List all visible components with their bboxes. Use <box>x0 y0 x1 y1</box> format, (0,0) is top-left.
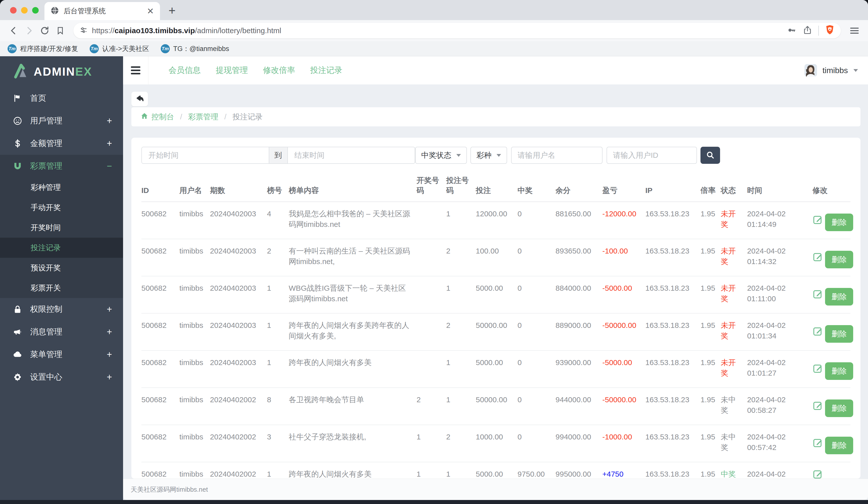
sidebar-item[interactable]: 设置中心 + <box>0 366 123 389</box>
sidebar: ADMINEX 首页 用戶管理 + 金额管理 + 彩票管理 <box>0 56 123 500</box>
sidebar-subitem[interactable]: 开奖时间 <box>0 218 123 238</box>
expand-icon[interactable]: + <box>107 327 112 337</box>
bookmark-item[interactable]: Tm TG：@tianmeibbs <box>161 44 229 53</box>
cell-ip: 163.53.18.23 <box>645 350 701 388</box>
cell-profit: -5000.00 <box>602 276 645 313</box>
edit-icon[interactable] <box>813 438 823 451</box>
delete-button[interactable]: 删除 <box>825 214 853 231</box>
brave-shield-icon[interactable] <box>825 24 835 37</box>
edit-icon[interactable] <box>813 469 823 479</box>
back-icon[interactable] <box>7 24 20 37</box>
expand-icon[interactable]: − <box>107 161 112 171</box>
expand-icon[interactable]: + <box>107 349 112 360</box>
topnav-link[interactable]: 提现管理 <box>208 65 256 76</box>
expand-icon[interactable]: + <box>107 115 112 126</box>
cell-actions: 删除 <box>813 425 850 462</box>
table-row: 500682 timibbs 20240402003 4 我妈是怎么相中我爸的 … <box>142 202 850 239</box>
topnav-link[interactable]: 修改倍率 <box>256 65 303 76</box>
sidebar-subitem[interactable]: 彩票开关 <box>0 278 123 298</box>
edit-icon[interactable] <box>813 289 823 302</box>
expand-icon[interactable]: + <box>107 138 112 149</box>
edit-icon[interactable] <box>813 363 823 377</box>
cell-status: 未中奖 <box>721 425 747 462</box>
sidebar-item[interactable]: 金额管理 + <box>0 132 123 155</box>
site-settings-icon[interactable] <box>79 26 88 35</box>
cell-content: 有一种叫云南的生活 – 天美社区源码网timibbs.net, <box>289 239 417 276</box>
edit-icon[interactable] <box>813 251 823 265</box>
sidebar-subitem[interactable]: 预设开奖 <box>0 258 123 278</box>
delete-button[interactable]: 删除 <box>825 400 853 417</box>
cell-win: 0 <box>518 350 556 388</box>
topnav-link[interactable]: 投注记录 <box>303 65 350 76</box>
forward-icon[interactable] <box>23 24 36 37</box>
delete-button[interactable]: 删除 <box>825 437 853 454</box>
delete-button[interactable]: 删除 <box>825 325 853 343</box>
browser-menu-icon[interactable] <box>848 24 861 37</box>
cell-bet: 1000.00 <box>476 425 517 462</box>
avatar <box>805 64 817 76</box>
cell-rank: 1 <box>267 350 289 388</box>
bookmark-item[interactable]: Tm 认准->天美社区 <box>90 44 149 53</box>
url-bar[interactable]: https://caipiao103.timibbs.vip/admin/lot… <box>73 23 841 39</box>
magnet-icon <box>12 161 23 171</box>
column-header: 投注 <box>476 175 517 202</box>
close-window-button[interactable] <box>10 7 17 13</box>
delete-button[interactable]: 删除 <box>825 288 853 306</box>
sidebar-subitem[interactable]: 彩种管理 <box>0 177 123 197</box>
zoom-window-button[interactable] <box>32 7 39 13</box>
footer-text: 天美社区源码网timibbs.net <box>131 485 208 494</box>
cloud-icon <box>12 350 23 359</box>
window-bottom-edge <box>0 500 868 504</box>
edit-icon[interactable] <box>813 214 823 228</box>
breadcrumb-section[interactable]: 彩票管理 <box>188 112 218 122</box>
expand-icon[interactable]: + <box>107 372 112 382</box>
bookmark-item[interactable]: Tm 程序搭建/开发/修复 <box>8 44 78 53</box>
key-icon[interactable] <box>787 25 797 36</box>
username-input[interactable] <box>511 147 602 164</box>
cell-profit: -50000.00 <box>602 313 645 350</box>
start-time-input[interactable] <box>142 147 269 163</box>
sidebar-item[interactable]: 用戶管理 + <box>0 110 123 132</box>
reload-icon[interactable] <box>38 24 51 37</box>
sidebar-item[interactable]: 菜单管理 + <box>0 343 123 366</box>
breadcrumb-home[interactable]: 控制台 <box>141 112 174 122</box>
search-button[interactable] <box>701 147 720 164</box>
edit-icon[interactable] <box>813 326 823 339</box>
cell-win: 0 <box>518 425 556 462</box>
bookmark-icon[interactable] <box>54 24 67 37</box>
sidebar-item[interactable]: 彩票管理 − <box>0 155 123 177</box>
traffic-lights[interactable] <box>10 7 39 13</box>
sidebar-item[interactable]: 权限控制 + <box>0 298 123 321</box>
user-menu[interactable]: timibbs <box>805 64 868 76</box>
back-button[interactable] <box>131 92 148 106</box>
win-status-select[interactable]: 中奖状态 <box>415 147 467 164</box>
expand-icon[interactable]: + <box>107 304 112 315</box>
minimize-window-button[interactable] <box>21 7 28 13</box>
sidebar-subitem[interactable]: 手动开奖 <box>0 197 123 218</box>
tab-close-icon[interactable]: ✕ <box>147 7 154 15</box>
new-tab-button[interactable]: + <box>168 4 176 17</box>
lottery-type-select[interactable]: 彩种 <box>471 147 507 164</box>
sidebar-toggle-icon[interactable] <box>123 64 148 76</box>
browser-tab[interactable]: 后台管理系统 ✕ <box>44 2 160 20</box>
url-text[interactable]: https://caipiao103.timibbs.vip/admin/lot… <box>92 27 783 35</box>
sidebar-subitem[interactable]: 投注记录 <box>0 238 123 258</box>
userid-input[interactable] <box>607 147 697 164</box>
table-row: 500682 timibbs 20240402003 1 跨年夜的人间烟火有多美… <box>142 350 850 388</box>
breadcrumb-current: 投注记录 <box>232 112 263 122</box>
cell-bet-no: 2 <box>446 239 476 276</box>
column-header: 榜号 <box>267 175 289 202</box>
share-icon[interactable] <box>803 25 812 36</box>
end-time-input[interactable] <box>288 147 415 163</box>
sidebar-section: 设置中心 + <box>0 366 123 389</box>
delete-button[interactable]: 删除 <box>825 362 853 380</box>
sidebar-item[interactable]: 消息管理 + <box>0 321 123 343</box>
edit-icon[interactable] <box>813 400 823 413</box>
cell-ip: 163.53.18.23 <box>645 425 701 462</box>
cell-balance: 884000.00 <box>556 276 602 313</box>
cell-actions: 删除 <box>813 239 850 276</box>
cell-content: 社牛父子穿恐龙装接机, <box>289 425 417 462</box>
topnav-link[interactable]: 会员信息 <box>161 65 208 76</box>
delete-button[interactable]: 删除 <box>825 251 853 268</box>
sidebar-item[interactable]: 首页 <box>0 87 123 110</box>
